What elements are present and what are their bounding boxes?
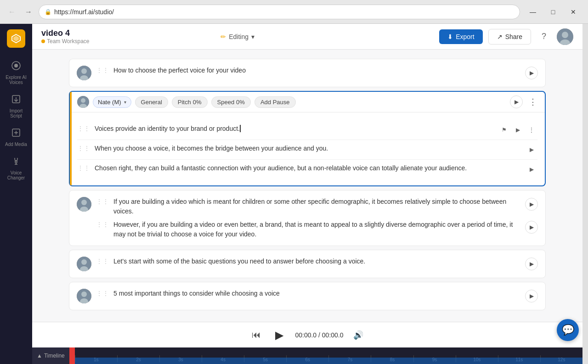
pitch-value: 0% bbox=[193, 99, 202, 106]
player-time: 00:00.0 / 00:00.0 bbox=[295, 331, 343, 339]
drag-handle-1[interactable]: ⋮⋮ bbox=[96, 67, 109, 74]
project-title[interactable]: video 4 bbox=[41, 28, 215, 38]
url-text: https://murf.ai/studio/ bbox=[54, 8, 114, 16]
timeline-toggle[interactable]: ▲ Timeline bbox=[32, 353, 69, 359]
total-time: 00:00.0 bbox=[322, 331, 344, 339]
speed-control[interactable]: Speed 0% bbox=[211, 96, 251, 108]
voice-name: Nate (M) bbox=[98, 99, 121, 106]
more-sub-1-button[interactable]: ⋮ bbox=[526, 124, 537, 136]
play-block-3a-button[interactable]: ▶ bbox=[525, 198, 538, 211]
add-pause-button[interactable]: Add Pause bbox=[254, 96, 296, 108]
sub-block-3-actions: ▶ bbox=[526, 163, 537, 175]
sidebar-item-media[interactable]: Add Media bbox=[2, 124, 30, 151]
voice-avatar-2 bbox=[77, 96, 89, 108]
script-block-3: ⋮⋮ If you are building a video which is … bbox=[69, 190, 546, 246]
current-time: 00:00.0 bbox=[295, 331, 317, 339]
share-button[interactable]: ↗ Share bbox=[488, 29, 531, 45]
timeline-label: Timeline bbox=[44, 353, 65, 359]
drag-handle-3b[interactable]: ⋮⋮ bbox=[96, 221, 109, 228]
avatar[interactable] bbox=[557, 28, 573, 45]
play-pause-button[interactable]: ▶ bbox=[271, 327, 288, 343]
svg-point-25 bbox=[81, 259, 87, 265]
explore-icon bbox=[11, 61, 21, 73]
script-block-2: Nate (M) ▾ General Pitch 0% Speed 0% Add bbox=[69, 91, 546, 186]
window-controls: — □ ✕ bbox=[524, 5, 582, 19]
app-container: Explore AI Voices Import Script Add Medi… bbox=[0, 24, 588, 364]
back-button[interactable]: ← bbox=[6, 6, 18, 18]
voice-avatar-5 bbox=[77, 289, 91, 303]
timeline-playhead[interactable] bbox=[69, 347, 75, 364]
script-text-3b: However, if you are building a video or … bbox=[113, 220, 520, 239]
drag-handle-2b[interactable]: ⋮⋮ bbox=[77, 145, 90, 152]
chevron-up-icon: ▲ bbox=[37, 353, 42, 359]
voice-dropdown-icon: ▾ bbox=[124, 100, 126, 105]
help-button[interactable]: ? bbox=[537, 29, 551, 44]
header-title-area: video 4 Team Workspace bbox=[41, 28, 215, 45]
play-block-5-button[interactable]: ▶ bbox=[525, 290, 538, 302]
player-bar: ⏮ ▶ 00:00.0 / 00:00.0 🔊 bbox=[32, 322, 582, 347]
voice-avatar-4 bbox=[77, 257, 91, 271]
timeline-ruler: 1s 2s 3s 4s 5s 6s 7s 8s 9s 10s 11s 12s bbox=[75, 347, 582, 364]
script-block-4: ⋮⋮ Let's start with some of the basic qu… bbox=[69, 250, 546, 278]
forward-button[interactable]: → bbox=[22, 6, 35, 18]
sub-text-1[interactable]: Voices provide an identity to your brand… bbox=[95, 124, 493, 134]
svg-point-13 bbox=[562, 32, 568, 38]
script-text-4[interactable]: Let's start with some of the basic quest… bbox=[113, 257, 520, 266]
sidebar-item-explore[interactable]: Explore AI Voices bbox=[2, 57, 30, 89]
sub-block-2: ⋮⋮ When you choose a voice, it becomes t… bbox=[77, 140, 537, 160]
sidebar-item-media-label: Add Media bbox=[5, 142, 27, 147]
maximize-button[interactable]: □ bbox=[544, 5, 562, 19]
voice-selector[interactable]: Nate (M) ▾ bbox=[93, 96, 131, 108]
drag-handle-4[interactable]: ⋮⋮ bbox=[96, 258, 109, 265]
skip-back-button[interactable]: ⏮ bbox=[249, 328, 264, 342]
svg-point-16 bbox=[81, 68, 87, 74]
play-block-1-button[interactable]: ▶ bbox=[525, 67, 538, 79]
drag-handle-2a[interactable]: ⋮⋮ bbox=[77, 125, 90, 132]
close-button[interactable]: ✕ bbox=[564, 5, 582, 19]
pitch-control[interactable]: Pitch 0% bbox=[172, 96, 208, 108]
script-text-1[interactable]: How to choose the perfect voice for your… bbox=[113, 66, 520, 75]
minimize-button[interactable]: — bbox=[524, 5, 542, 19]
sub-block-2-actions: ▶ bbox=[526, 144, 537, 156]
flag-icon-button[interactable]: ⚑ bbox=[498, 124, 510, 136]
lock-icon: 🔒 bbox=[45, 9, 51, 15]
drag-handle-3a[interactable]: ⋮⋮ bbox=[96, 198, 109, 205]
editing-label: Editing bbox=[229, 33, 249, 40]
editing-mode-toggle[interactable]: ✏ Editing ▾ bbox=[220, 33, 254, 40]
content-area: ⋮⋮ How to choose the perfect voice for y… bbox=[32, 50, 582, 322]
chevron-down-icon: ▾ bbox=[251, 33, 254, 40]
voice-tag[interactable]: General bbox=[135, 96, 168, 108]
script-block-1: ⋮⋮ How to choose the perfect voice for y… bbox=[69, 59, 546, 87]
sidebar-item-import-label: Import Script bbox=[5, 108, 27, 118]
drag-handle-2c[interactable]: ⋮⋮ bbox=[77, 164, 90, 172]
scrollbar[interactable] bbox=[582, 24, 588, 364]
script-text-5[interactable]: 5 most important things to consider whil… bbox=[113, 289, 520, 298]
play-sub-1-button[interactable]: ▶ bbox=[512, 124, 524, 136]
timeline-area: ▲ Timeline 1s 2s 3s 4s 5s 6s 7s 8s 9s bbox=[32, 347, 582, 364]
browser-chrome: ← → 🔒 https://murf.ai/studio/ — □ ✕ bbox=[0, 0, 588, 24]
chat-button[interactable]: 💬 bbox=[557, 319, 579, 341]
play-block-4-button[interactable]: ▶ bbox=[525, 258, 538, 270]
time-separator: / bbox=[318, 331, 322, 339]
more-options-button[interactable]: ⋮ bbox=[526, 95, 539, 108]
sidebar-item-import[interactable]: Import Script bbox=[2, 90, 30, 122]
export-label: Export bbox=[456, 33, 474, 40]
app-header: video 4 Team Workspace ✏ Editing ▾ ⬇ Exp… bbox=[32, 24, 582, 50]
voice-avatar-1 bbox=[77, 66, 91, 80]
play-sub-2-button[interactable]: ▶ bbox=[526, 144, 537, 156]
main-content: ⋮⋮ How to choose the perfect voice for y… bbox=[32, 50, 582, 364]
svg-point-3 bbox=[14, 64, 18, 67]
drag-handle-5[interactable]: ⋮⋮ bbox=[96, 290, 109, 297]
volume-button[interactable]: 🔊 bbox=[351, 328, 366, 342]
workspace-label: Team Workspace bbox=[41, 38, 215, 45]
export-button[interactable]: ⬇ Export bbox=[439, 29, 482, 44]
play-sub-3-button[interactable]: ▶ bbox=[526, 163, 537, 175]
pencil-icon: ✏ bbox=[220, 33, 226, 40]
sidebar-item-voice-changer[interactable]: Voice Changer bbox=[2, 152, 30, 184]
play-active-block-button[interactable]: ▶ bbox=[510, 95, 523, 108]
speed-label: Speed bbox=[217, 99, 235, 106]
sub-text-3[interactable]: Chosen right, they can build a fantastic… bbox=[95, 163, 521, 173]
sub-text-2[interactable]: When you choose a voice, it becomes the … bbox=[95, 144, 521, 153]
play-block-3b-button[interactable]: ▶ bbox=[525, 221, 538, 234]
svg-point-28 bbox=[81, 291, 87, 297]
